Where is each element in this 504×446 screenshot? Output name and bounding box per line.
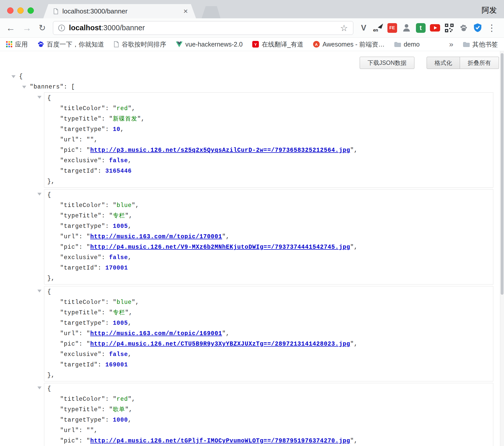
json-number-value: 170001 bbox=[105, 265, 128, 271]
json-field-titleColor: "titleColor": "red", bbox=[44, 394, 493, 405]
back-button[interactable]: ← bbox=[6, 23, 15, 33]
url-text: localhost:3000/banner bbox=[69, 24, 145, 32]
json-viewer-page: 下载JSON数据 格式化 折叠所有 { "banners": [ {"title… bbox=[0, 51, 504, 446]
tampermonkey-icon[interactable]: t bbox=[415, 22, 427, 34]
json-field-exclusive: "exclusive": false, bbox=[44, 349, 493, 360]
json-link-value[interactable]: http://music.163.com/m/topic/170001 bbox=[90, 233, 222, 240]
shield-check-icon[interactable] bbox=[472, 22, 484, 34]
json-field-targetId: "targetId": 3165446 bbox=[44, 166, 493, 176]
json-field-url: "url": "", bbox=[44, 425, 493, 436]
json-string-value: 专栏 bbox=[113, 309, 125, 316]
json-field-url: "url": "http://music.163.com/m/topic/169… bbox=[44, 329, 493, 339]
json-link-value[interactable]: http://p4.music.126.net/CTU5B9R9y3XyYBZX… bbox=[90, 341, 350, 347]
browser-tab[interactable]: localhost:3000/banner × bbox=[43, 4, 196, 18]
bookmark-awesomes[interactable]: A Awesomes - 前端资… bbox=[313, 40, 385, 49]
json-array-item: {"titleColor": "blue","typeTitle": "专栏",… bbox=[44, 286, 493, 381]
json-object-box: {"titleColor": "blue","typeTitle": "专栏",… bbox=[44, 189, 493, 285]
json-number-value: 10 bbox=[113, 126, 120, 133]
collapse-toggle-icon[interactable] bbox=[22, 86, 26, 88]
reload-button[interactable]: ↻ bbox=[39, 24, 46, 32]
browser-menu-icon[interactable]: ⋮ bbox=[487, 23, 496, 33]
youtube-icon[interactable] bbox=[429, 22, 441, 34]
json-link-value[interactable]: http://music.163.com/m/topic/169001 bbox=[90, 330, 222, 337]
baidu-paw-icon bbox=[37, 41, 44, 48]
json-field-pic: "pic": "http://p3.music.126.net/s25q2x5Q… bbox=[44, 145, 493, 156]
url-path: :3000/banner bbox=[101, 24, 145, 32]
json-string-value: red bbox=[117, 105, 128, 112]
awesomes-icon: A bbox=[313, 41, 320, 48]
bookmark-vue-hackernews[interactable]: vue-hackernews-2.0 bbox=[176, 41, 243, 48]
json-field-titleColor: "titleColor": "red", bbox=[44, 103, 493, 114]
vertical-scrollbar[interactable] bbox=[500, 51, 504, 446]
tab-close-icon[interactable]: × bbox=[183, 7, 188, 15]
qrcode-icon[interactable] bbox=[443, 22, 455, 34]
json-field-url: "url": "", bbox=[44, 135, 493, 145]
json-field-targetType: "targetType": 1005, bbox=[44, 318, 493, 329]
bookmark-label: vue-hackernews-2.0 bbox=[185, 41, 243, 48]
paw-icon[interactable] bbox=[458, 22, 469, 34]
close-window-button[interactable] bbox=[7, 7, 13, 14]
page-info-icon[interactable]: i bbox=[58, 25, 65, 31]
json-number-value: 1005 bbox=[113, 320, 128, 326]
json-field-targetType: "targetType": 10, bbox=[44, 124, 493, 135]
json-array-item: {"titleColor": "red","typeTitle": "新碟首发"… bbox=[44, 92, 493, 188]
crane-shape bbox=[378, 22, 383, 29]
url-host: localhost bbox=[69, 24, 101, 32]
json-link-value[interactable]: http://p3.music.126.net/s25q2x5QyqsAzilC… bbox=[90, 147, 350, 154]
bookmarks-overflow-icon[interactable]: » bbox=[449, 40, 453, 49]
bookmark-apps[interactable]: 应用 bbox=[6, 40, 28, 49]
bookmark-baidu[interactable]: 百度一下，你就知道 bbox=[37, 40, 104, 49]
bookmark-label: demo bbox=[404, 41, 420, 48]
extension-icons-row: V en FE t bbox=[355, 22, 484, 34]
json-root-line: { bbox=[11, 71, 493, 82]
tab-strip: localhost:3000/banner × 阿发 bbox=[0, 0, 504, 18]
collapse-toggle-icon[interactable] bbox=[37, 290, 41, 292]
collapse-toggle-icon[interactable] bbox=[11, 75, 16, 78]
fehelper-icon[interactable]: FE bbox=[386, 22, 398, 34]
page-icon bbox=[114, 41, 119, 47]
bookmark-star-icon[interactable]: ☆ bbox=[340, 24, 348, 32]
bookmark-label: 在线翻译_有道 bbox=[262, 40, 303, 49]
folder-icon bbox=[463, 42, 470, 47]
page-icon bbox=[53, 8, 58, 14]
other-bookmarks[interactable]: 其他书签 bbox=[463, 40, 498, 49]
forward-button[interactable]: → bbox=[22, 23, 32, 33]
json-link-value[interactable]: http://p4.music.126.net/V9-MXz6b2MNhEKju… bbox=[90, 244, 350, 250]
bookmark-demo[interactable]: demo bbox=[394, 41, 420, 48]
address-bar[interactable]: i localhost:3000/banner ☆ bbox=[53, 21, 353, 35]
json-field-pic: "pic": "http://p4.music.126.net/tGPljf-I… bbox=[44, 436, 493, 446]
octotree-icon[interactable] bbox=[401, 22, 412, 34]
vimium-icon[interactable]: V bbox=[358, 22, 370, 34]
json-link-value[interactable]: http://p4.music.126.net/tGPljf-IMOCyPvum… bbox=[90, 438, 350, 444]
json-field-titleColor: "titleColor": "blue", bbox=[44, 200, 493, 211]
bookmark-youdao[interactable]: Y 在线翻译_有道 bbox=[252, 40, 303, 49]
new-tab-button[interactable] bbox=[202, 6, 220, 18]
bookmark-label: 应用 bbox=[15, 40, 28, 49]
json-string-value: 专栏 bbox=[113, 213, 125, 219]
other-bookmarks-label: 其他书签 bbox=[472, 40, 498, 49]
collapse-toggle-icon[interactable] bbox=[37, 193, 41, 196]
json-object-box: {"titleColor": "blue","typeTitle": "专栏",… bbox=[44, 286, 493, 381]
json-bool-value: false bbox=[109, 157, 128, 164]
json-field-typeTitle: "typeTitle": "专栏", bbox=[44, 211, 493, 221]
folder-icon bbox=[394, 42, 401, 47]
bookmark-label: 谷歌按时间排序 bbox=[122, 40, 166, 49]
minimize-window-button[interactable] bbox=[17, 7, 24, 14]
collapse-toggle-icon[interactable] bbox=[37, 96, 41, 99]
json-field-targetType: "targetType": 1005, bbox=[44, 221, 493, 232]
json-number-value: 1005 bbox=[113, 223, 128, 230]
json-string-value: blue bbox=[117, 299, 132, 306]
profile-name[interactable]: 阿发 bbox=[482, 5, 497, 16]
bookmark-google-sort[interactable]: 谷歌按时间排序 bbox=[114, 40, 166, 49]
json-field-exclusive: "exclusive": false, bbox=[44, 156, 493, 166]
translate-en-icon[interactable]: en bbox=[372, 22, 384, 34]
json-number-value: 169001 bbox=[105, 362, 128, 368]
scrollbar-thumb[interactable] bbox=[501, 53, 503, 295]
bookmarks-bar: 应用 百度一下，你就知道 谷歌按时间排序 vue-hackernews-2.0 … bbox=[0, 38, 504, 51]
bookmark-label: Awesomes - 前端资… bbox=[323, 40, 385, 49]
json-field-titleColor: "titleColor": "blue", bbox=[44, 297, 493, 308]
json-array-item: {"titleColor": "red","typeTitle": "歌单","… bbox=[44, 383, 493, 446]
collapse-toggle-icon[interactable] bbox=[37, 386, 41, 389]
json-field-url: "url": "http://music.163.com/m/topic/170… bbox=[44, 232, 493, 242]
fullscreen-window-button[interactable] bbox=[27, 7, 34, 14]
